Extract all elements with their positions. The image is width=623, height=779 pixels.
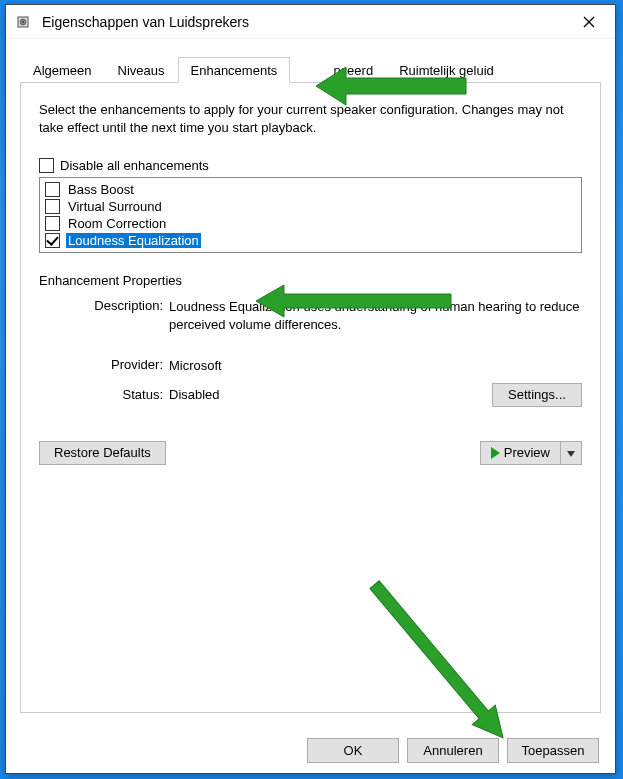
disable-all-checkbox[interactable] [39,158,54,173]
status-label: Status: [39,387,169,402]
item-label: Virtual Surround [66,199,164,214]
list-item[interactable]: Virtual Surround [43,198,578,215]
svg-point-2 [22,21,24,23]
properties-heading: Enhancement Properties [39,273,582,288]
description-row: Description: Loudness Equalization uses … [39,298,582,333]
item-checkbox[interactable] [45,199,60,214]
tab-advanced[interactable]: Gnceerd [310,57,386,82]
item-label: Bass Boost [66,182,136,197]
item-label: Loudness Equalization [66,233,201,248]
ok-button[interactable]: OK [307,738,399,763]
status-row: Status: Disabled Settings... [39,383,582,407]
window-title: Eigenschappen van Luidsprekers [42,14,569,30]
play-icon [491,447,500,459]
list-item[interactable]: Loudness Equalization [43,232,578,249]
svg-marker-5 [567,451,575,457]
speaker-icon [16,13,34,31]
preview-dropdown-button[interactable] [561,441,582,465]
close-button[interactable] [569,7,609,37]
cancel-button[interactable]: Annuleren [407,738,499,763]
list-item[interactable]: Bass Boost [43,181,578,198]
item-checkbox[interactable] [45,182,60,197]
close-icon [583,16,595,28]
description-label: Description: [39,298,169,333]
content-area: Algemeen Niveaus Enhancements Gnceerd Ru… [6,39,615,717]
provider-row: Provider: Microsoft [39,357,582,375]
tab-panel-enhancements: Select the enhancements to apply for you… [20,83,601,713]
dialog-button-bar: OK Annuleren Toepassen [307,738,599,763]
settings-button[interactable]: Settings... [492,383,582,407]
item-label: Room Correction [66,216,168,231]
restore-preview-row: Restore Defaults Preview [39,441,582,465]
apply-button[interactable]: Toepassen [507,738,599,763]
item-checkbox[interactable] [45,233,60,248]
provider-value: Microsoft [169,357,582,375]
tabstrip: Algemeen Niveaus Enhancements Gnceerd Ru… [20,55,601,83]
item-checkbox[interactable] [45,216,60,231]
provider-label: Provider: [39,357,169,375]
disable-all-row: Disable all enhancements [39,158,582,173]
preview-label: Preview [504,445,550,460]
chevron-down-icon [567,451,575,457]
description-value: Loudness Equalization uses understanding… [169,298,582,333]
tab-spatial[interactable]: Ruimtelijk geluid [386,57,507,82]
disable-all-label: Disable all enhancements [60,158,209,173]
intro-text: Select the enhancements to apply for you… [39,101,582,136]
titlebar: Eigenschappen van Luidsprekers [6,5,615,39]
list-item[interactable]: Room Correction [43,215,578,232]
status-value: Disabled [169,387,220,402]
tab-enhancements[interactable]: Enhancements [178,57,291,83]
restore-defaults-button[interactable]: Restore Defaults [39,441,166,465]
preview-button[interactable]: Preview [480,441,561,465]
enhancements-list[interactable]: Bass Boost Virtual Surround Room Correct… [39,177,582,253]
preview-split-button: Preview [480,441,582,465]
tab-levels[interactable]: Niveaus [105,57,178,82]
properties-window: Eigenschappen van Luidsprekers Algemeen … [5,4,616,774]
tab-general[interactable]: Algemeen [20,57,105,82]
